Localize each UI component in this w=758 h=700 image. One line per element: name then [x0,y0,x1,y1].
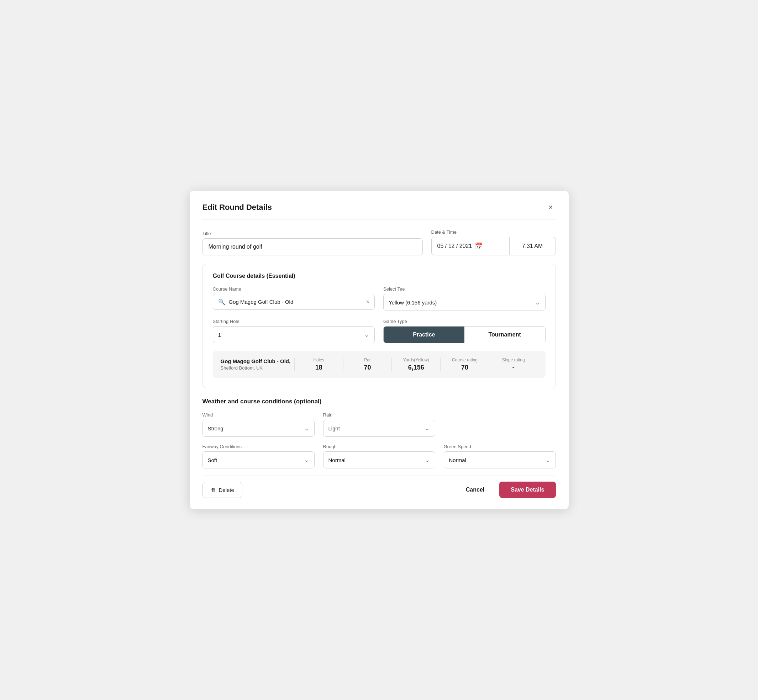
course-rating-stat: Course rating 70 [440,358,489,371]
course-info-name: Gog Magog Golf Club - Old, Shelford Bott… [221,358,294,370]
starting-hole-label: Starting Hole [213,319,375,324]
chevron-down-icon: ⌄ [535,298,540,306]
search-icon: 🔍 [218,298,225,305]
weather-section-title: Weather and course conditions (optional) [202,398,556,405]
starting-hole-value: 1 [218,332,221,338]
slope-rating-stat: Slope rating - [489,358,538,371]
chevron-down-icon-7: ⌄ [545,456,551,464]
date-value: 05 / 12 / 2021 [437,243,472,249]
course-name-group: Course Name 🔍 Gog Magog Golf Club - Old … [213,286,375,311]
holes-stat: Holes 18 [294,358,343,371]
calendar-icon: 📅 [475,242,482,250]
starting-hole-dropdown[interactable]: 1 ⌄ [213,326,375,343]
modal-title: Edit Round Details [202,203,272,212]
select-tee-group: Select Tee Yellow (6,156 yards) ⌄ [383,286,545,311]
course-tee-row: Course Name 🔍 Gog Magog Golf Club - Old … [213,286,545,311]
hole-gametype-row: Starting Hole 1 ⌄ Game Type Practice Tou… [213,319,545,343]
rain-label: Rain [323,412,435,417]
fairway-group: Fairway Conditions Soft ⌄ [202,444,315,469]
course-rating-value: 70 [446,364,483,371]
practice-button[interactable]: Practice [384,327,464,343]
wind-rain-row: Wind Strong ⌄ Rain Light ⌄ [202,412,556,437]
cancel-button[interactable]: Cancel [459,482,491,498]
datetime-field-group: Date & Time 05 / 12 / 2021 📅 7:31 AM [431,230,556,255]
edit-round-modal: Edit Round Details × Title Date & Time 0… [190,191,568,509]
wind-value: Strong [208,425,224,431]
par-stat: Par 70 [343,358,392,371]
game-type-label: Game Type [383,319,545,324]
green-speed-label: Green Speed [444,444,556,449]
datetime-group: 05 / 12 / 2021 📅 7:31 AM [431,237,556,255]
footer-right: Cancel Save Details [459,481,556,498]
delete-label: Delete [219,487,234,493]
rough-dropdown[interactable]: Normal ⌄ [323,452,435,469]
chevron-down-icon-4: ⌄ [424,424,430,432]
select-tee-dropdown[interactable]: Yellow (6,156 yards) ⌄ [383,294,545,311]
chevron-down-icon-3: ⌄ [304,424,309,432]
course-main-name: Gog Magog Golf Club - Old, [221,358,294,364]
course-name-input[interactable]: 🔍 Gog Magog Golf Club - Old × [213,294,375,310]
starting-hole-group: Starting Hole 1 ⌄ [213,319,375,343]
delete-button[interactable]: 🗑 Delete [202,482,242,498]
fairway-label: Fairway Conditions [202,444,315,449]
rough-label: Rough [323,444,435,449]
game-type-group: Game Type Practice Tournament [383,319,545,343]
rough-group: Rough Normal ⌄ [323,444,435,469]
fairway-dropdown[interactable]: Soft ⌄ [202,452,315,469]
chevron-down-icon-6: ⌄ [424,456,430,464]
course-rating-label: Course rating [446,358,483,362]
green-speed-dropdown[interactable]: Normal ⌄ [444,452,556,469]
datetime-label: Date & Time [431,230,556,235]
rough-value: Normal [329,457,346,463]
golf-section-title: Golf Course details (Essential) [213,273,545,279]
chevron-down-icon-5: ⌄ [304,456,309,464]
tournament-button[interactable]: Tournament [464,327,545,343]
time-input[interactable]: 7:31 AM [510,237,556,255]
wind-label: Wind [202,412,315,417]
title-field-group: Title [202,231,423,255]
course-location: Shelford Bottom, UK [221,365,294,370]
top-row: Title Date & Time 05 / 12 / 2021 📅 7:31 … [202,230,556,255]
holes-value: 18 [300,364,337,371]
close-button[interactable]: × [545,202,556,213]
select-tee-label: Select Tee [383,286,545,292]
wind-group: Wind Strong ⌄ [202,412,315,437]
course-name-value: Gog Magog Golf Club - Old [229,299,363,305]
fairway-value: Soft [208,457,218,463]
time-value: 7:31 AM [522,243,543,249]
holes-label: Holes [300,358,337,362]
green-speed-value: Normal [449,457,466,463]
trash-icon: 🗑 [211,487,216,493]
yards-value: 6,156 [398,364,434,371]
slope-rating-value: - [495,364,532,371]
golf-course-section: Golf Course details (Essential) Course N… [202,264,556,388]
par-value: 70 [349,364,386,371]
green-speed-group: Green Speed Normal ⌄ [444,444,556,469]
game-type-toggle: Practice Tournament [383,326,545,343]
yards-label: Yards(Yellow) [398,358,434,362]
modal-header: Edit Round Details × [202,202,556,219]
course-info-bar: Gog Magog Golf Club - Old, Shelford Bott… [213,351,545,378]
title-input[interactable] [202,238,423,255]
title-label: Title [202,231,423,236]
course-name-label: Course Name [213,286,375,292]
chevron-down-icon-2: ⌄ [364,331,370,339]
weather-section: Weather and course conditions (optional)… [202,398,556,469]
par-label: Par [349,358,386,362]
yards-stat: Yards(Yellow) 6,156 [392,358,440,371]
slope-rating-label: Slope rating [495,358,532,362]
rain-group: Rain Light ⌄ [323,412,435,437]
save-button[interactable]: Save Details [499,481,556,498]
fairway-rough-green-row: Fairway Conditions Soft ⌄ Rough Normal ⌄… [202,444,556,469]
rain-value: Light [329,425,340,431]
rain-dropdown[interactable]: Light ⌄ [323,420,435,437]
modal-footer: 🗑 Delete Cancel Save Details [202,475,556,498]
wind-dropdown[interactable]: Strong ⌄ [202,420,315,437]
clear-icon[interactable]: × [366,299,370,305]
date-input[interactable]: 05 / 12 / 2021 📅 [431,237,510,255]
select-tee-value: Yellow (6,156 yards) [388,300,437,306]
